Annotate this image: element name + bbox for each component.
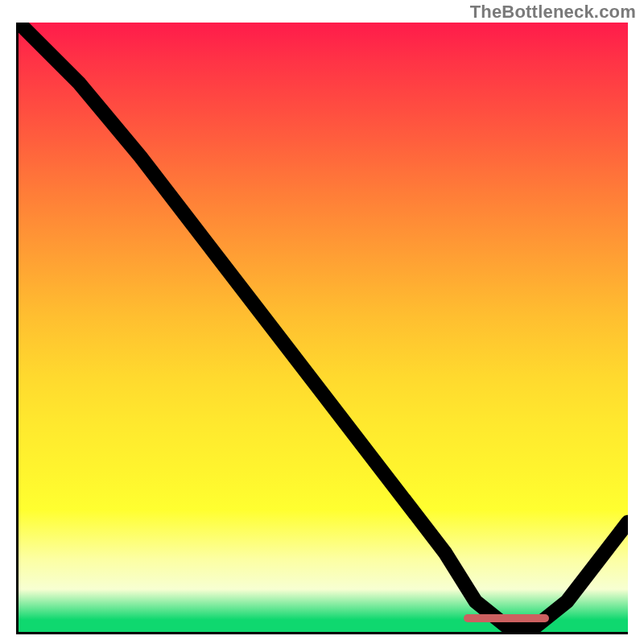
- optimal-range-marker: [464, 614, 549, 622]
- attribution-text: TheBottleneck.com: [470, 2, 636, 23]
- gradient-background: [19, 23, 628, 632]
- chart-frame: TheBottleneck.com: [0, 0, 644, 644]
- plot-area: [16, 23, 628, 634]
